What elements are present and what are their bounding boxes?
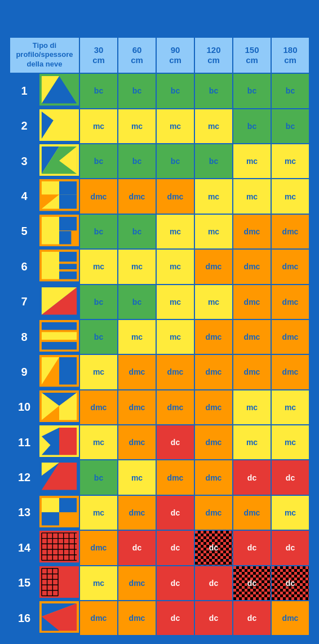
cell-14-3: dc (194, 530, 233, 565)
cell-10-3: dmc (194, 390, 233, 425)
cell-12-1: mc (118, 460, 156, 495)
cell-16-4: dc (233, 601, 271, 636)
row-num-1: 1 (10, 73, 39, 108)
cell-9-3: dmc (194, 354, 233, 389)
cell-8-4: dmc (233, 319, 271, 354)
svg-rect-31 (42, 332, 77, 340)
row-num-9: 9 (10, 354, 39, 389)
cell-15-1: dmc (118, 566, 156, 601)
table-body: 1 bcbcbcbcbcbc2 mcmcmcmcbcbc3 bcbcbcbcmc… (10, 73, 309, 636)
table-row: 3 bcbcbcbcmcmc (10, 144, 309, 179)
cell-8-0: bc (79, 319, 118, 354)
table-row: 1 bcbcbcbcbcbc (10, 73, 309, 108)
cell-6-4: dmc (233, 249, 271, 284)
cell-6-1: mc (118, 249, 156, 284)
cell-4-0: dmc (79, 179, 118, 214)
header-120: 120cm (194, 37, 233, 74)
cell-14-2: dc (156, 530, 194, 565)
profile-img-5 (39, 214, 79, 249)
row-num-11: 11 (10, 425, 39, 460)
cell-14-5: dc (271, 530, 309, 565)
svg-rect-32 (42, 342, 77, 350)
cell-2-2: mc (156, 109, 194, 144)
cell-2-4: bc (233, 109, 271, 144)
cell-2-5: bc (271, 109, 309, 144)
row-num-16: 16 (10, 601, 39, 636)
cell-11-0: mc (79, 425, 118, 460)
cell-10-0: dmc (79, 390, 118, 425)
cell-3-0: bc (79, 144, 118, 179)
table-row: 10 dmcdmcdmcdmcmcmc (10, 390, 309, 425)
profile-img-14 (39, 530, 79, 565)
table-row: 7 bcbcmcmcdmcdmc (10, 285, 309, 319)
cell-10-5: mc (271, 390, 309, 425)
cell-4-4: mc (233, 179, 271, 214)
cell-13-5: mc (271, 495, 309, 530)
row-num-6: 6 (10, 249, 39, 284)
row-num-8: 8 (10, 319, 39, 354)
cell-11-3: dmc (194, 425, 233, 460)
row-num-13: 13 (10, 495, 39, 530)
cell-13-2: dc (156, 495, 194, 530)
table-row: 13 mcdmcdcdmcdmcmc (10, 495, 309, 530)
cell-6-2: mc (156, 249, 194, 284)
cell-9-2: dmc (156, 354, 194, 389)
cell-11-5: mc (271, 425, 309, 460)
svg-marker-49 (59, 498, 77, 512)
cell-15-2: dc (156, 566, 194, 601)
cell-2-1: mc (118, 109, 156, 144)
cell-12-2: dmc (156, 460, 194, 495)
cell-12-0: bc (79, 460, 118, 495)
profile-img-12 (39, 460, 79, 495)
profile-img-1 (39, 73, 79, 108)
table-row: 16 dmcdmcdcdcdcdmc (10, 601, 309, 636)
table-row: 12 bcmcdmcdmcdcdc (10, 460, 309, 495)
profile-img-4 (39, 179, 79, 214)
cell-15-3: dc (194, 566, 233, 601)
cell-7-0: bc (79, 285, 118, 319)
cell-13-4: dmc (233, 495, 271, 530)
cell-3-4: mc (233, 144, 271, 179)
table-row: 11 mcdmcdcdmcmcmc (10, 425, 309, 460)
row-num-2: 2 (10, 109, 39, 144)
cell-4-2: dmc (156, 179, 194, 214)
svg-marker-13 (42, 181, 59, 194)
row-num-5: 5 (10, 214, 39, 249)
header-180: 180cm (271, 37, 309, 74)
cell-4-3: mc (194, 179, 233, 214)
table-row: 14 dmcdcdcdcdcdc (10, 530, 309, 565)
profile-img-13 (39, 495, 79, 530)
table-row: 15 mcdmcdcdcdcdc (10, 566, 309, 601)
title-block (6, 6, 313, 34)
svg-rect-47 (42, 498, 59, 512)
cell-5-3: mc (194, 214, 233, 249)
cell-10-4: mc (233, 390, 271, 425)
header-150: 150cm (233, 37, 271, 74)
cell-13-0: mc (79, 495, 118, 530)
cell-9-5: dmc (271, 354, 309, 389)
cell-10-2: dmc (156, 390, 194, 425)
cell-8-3: dmc (194, 319, 233, 354)
profile-img-3 (39, 144, 79, 179)
cell-2-0: mc (79, 109, 118, 144)
profile-img-15 (39, 566, 79, 601)
row-num-4: 4 (10, 179, 39, 214)
profile-img-6 (39, 249, 79, 284)
cell-11-2: dc (156, 425, 194, 460)
svg-marker-15 (59, 181, 77, 194)
cell-16-2: dc (156, 601, 194, 636)
cell-8-5: dmc (271, 319, 309, 354)
svg-marker-41 (59, 428, 77, 455)
row-num-14: 14 (10, 530, 39, 565)
cell-1-0: bc (79, 73, 118, 108)
cell-8-2: mc (156, 319, 194, 354)
cell-9-1: dmc (118, 354, 156, 389)
cell-9-0: mc (79, 354, 118, 389)
profile-img-11 (39, 425, 79, 460)
cell-3-2: bc (156, 144, 194, 179)
cell-5-0: bc (79, 214, 118, 249)
cell-4-5: mc (271, 179, 309, 214)
svg-rect-18 (42, 217, 59, 245)
svg-rect-65 (42, 568, 58, 596)
table-row: 2 mcmcmcmcbcbc (10, 109, 309, 144)
